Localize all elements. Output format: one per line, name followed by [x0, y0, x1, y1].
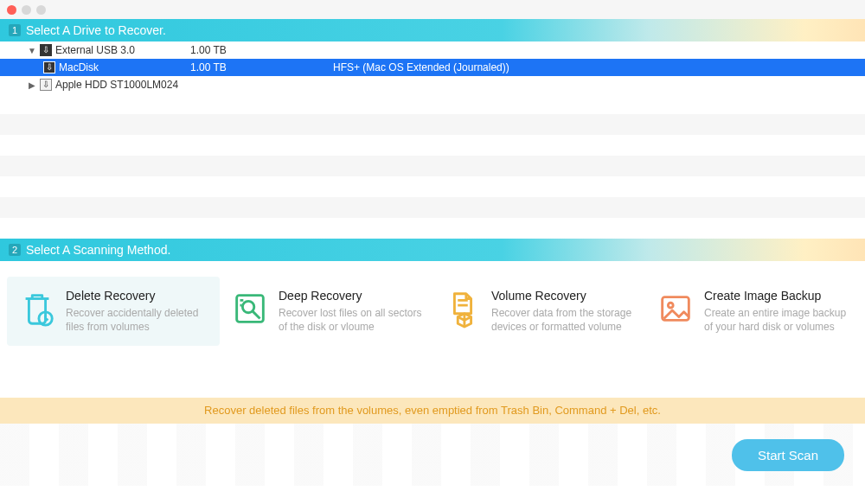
method-title: Deep Recovery [279, 289, 422, 303]
method-description: Recover data from the storage devices or… [491, 306, 635, 334]
method-title: Delete Recovery [66, 289, 209, 303]
scanning-method-option[interactable]: Volume RecoveryRecover data from the sto… [432, 277, 645, 346]
window-titlebar [0, 0, 865, 19]
scanning-methods: Delete RecoveryRecover accidentally dele… [0, 261, 865, 356]
method-tip: Recover deleted files from the volumes, … [0, 398, 865, 424]
drive-name-label: Apple HDD ST1000LM024 [55, 79, 178, 91]
section-method-title: Select A Scanning Method. [26, 239, 170, 261]
svg-point-4 [668, 303, 673, 308]
scanning-method-option[interactable]: Delete RecoveryRecover accidentally dele… [7, 277, 220, 346]
footer: Start Scan [0, 424, 865, 486]
scanning-method-option[interactable]: Deep RecoveryRecover lost files on all s… [220, 277, 432, 346]
zoom-window-button[interactable] [36, 5, 46, 15]
drive-size: 1.00 TB [190, 44, 333, 56]
scanning-method-option[interactable]: Create Image BackupCreate an entire imag… [645, 277, 858, 346]
drive-name-label: MacDisk [59, 61, 99, 73]
svg-point-2 [242, 301, 253, 312]
method-title: Volume Recovery [491, 289, 635, 303]
start-scan-button[interactable]: Start Scan [732, 439, 844, 471]
drive-row[interactable]: ⇩MacDisk1.00 TBHFS+ (Mac OS Extended (Jo… [0, 59, 865, 76]
drive-size: 1.00 TB [190, 61, 333, 73]
step-badge-2: 2 [9, 244, 21, 256]
drive-row[interactable]: ▶⇩Apple HDD ST1000LM024 [0, 76, 865, 93]
image-backup-icon [656, 289, 695, 329]
drive-name-label: External USB 3.0 [55, 44, 135, 56]
method-description: Recover lost files on all sectors of the… [279, 306, 422, 334]
step-badge-1: 1 [9, 24, 21, 36]
drive-row[interactable]: ▼⇩External USB 3.01.00 TB [0, 41, 865, 59]
method-description: Create an entire image backup of your ha… [704, 306, 848, 334]
section-method-header: 2 Select A Scanning Method. [0, 239, 865, 261]
minimize-window-button[interactable] [22, 5, 31, 15]
section-drive-title: Select A Drive to Recover. [26, 19, 166, 41]
chevron-right-icon[interactable]: ▶ [28, 80, 36, 90]
drive-list-filler [0, 93, 865, 239]
drive-format: HFS+ (Mac OS Extended (Journaled)) [333, 61, 865, 73]
section-drive-header: 1 Select A Drive to Recover. [0, 19, 865, 41]
trash-clock-icon [17, 289, 57, 329]
close-window-button[interactable] [7, 5, 16, 15]
deep-scan-icon [230, 289, 270, 329]
drive-list: ▼⇩External USB 3.01.00 TB⇩MacDisk1.00 TB… [0, 41, 865, 93]
drive-icon: ⇩ [43, 61, 55, 73]
drive-icon: ⇩ [40, 44, 52, 56]
method-title: Create Image Backup [704, 289, 848, 303]
drive-icon: ⇩ [40, 79, 52, 91]
chevron-down-icon[interactable]: ▼ [28, 46, 36, 55]
volume-icon [443, 289, 483, 329]
method-description: Recover accidentally deleted files from … [66, 306, 209, 334]
